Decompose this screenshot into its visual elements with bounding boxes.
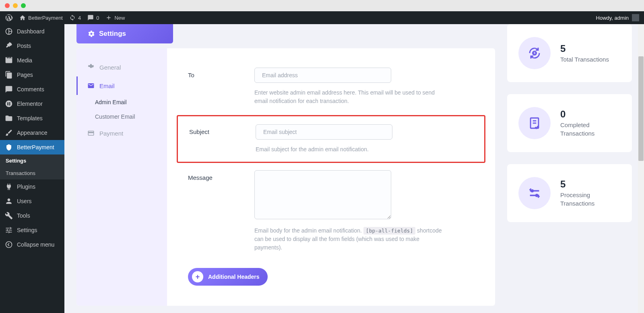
wp-adminbar: BetterPayment 4 0 New Howdy, admin — [0, 11, 644, 24]
wp-logo[interactable] — [5, 14, 13, 22]
svg-point-5 — [6, 242, 12, 248]
tab-label: General — [99, 64, 121, 71]
menu-label: Posts — [17, 43, 31, 49]
stat-label: Total Transactions — [560, 55, 609, 64]
settings-tabs: General Email Admin Email Customer Email… — [76, 48, 167, 306]
menu-label: Users — [17, 198, 32, 204]
stat-processing-transactions: 5 Processing Transactions — [507, 164, 632, 222]
svg-rect-2 — [9, 102, 10, 103]
stat-label: Processing Transactions — [560, 191, 621, 208]
menu-posts[interactable]: Posts — [0, 39, 64, 53]
appearance-icon — [5, 129, 13, 137]
tools-icon — [5, 212, 13, 220]
home-icon — [19, 14, 26, 21]
message-label: Message — [188, 170, 242, 252]
media-icon — [5, 56, 13, 64]
refresh-icon — [69, 14, 76, 21]
svg-rect-4 — [9, 105, 10, 105]
to-help: Enter website admin email address here. … — [254, 89, 448, 105]
subtab-admin-email[interactable]: Admin Email — [95, 95, 167, 109]
gear-icon — [88, 30, 95, 37]
plus-icon — [105, 14, 112, 21]
gear-icon — [87, 64, 95, 71]
users-icon — [5, 197, 13, 205]
menu-tools[interactable]: Tools — [0, 208, 64, 223]
page-icon — [5, 71, 13, 79]
menu-users[interactable]: Users — [0, 194, 64, 208]
mac-titlebar — [0, 0, 644, 11]
svg-rect-3 — [9, 103, 10, 104]
menu-dashboard[interactable]: Dashboard — [0, 24, 64, 39]
templates-icon — [5, 114, 13, 122]
menu-label: Plugins — [17, 183, 35, 190]
stat-value: 5 — [560, 43, 609, 54]
comment-icon — [87, 14, 94, 21]
menu-collapse[interactable]: Collapse menu — [0, 237, 64, 252]
adminbar-site-name[interactable]: BetterPayment — [19, 14, 63, 21]
comments-count: 0 — [96, 15, 99, 21]
page-header: Settings — [76, 24, 173, 43]
plus-icon: + — [192, 271, 203, 282]
envelope-icon — [87, 82, 95, 89]
updates-count: 4 — [78, 15, 81, 21]
new-label: New — [114, 15, 125, 21]
submenu-transactions[interactable]: Transactions — [0, 167, 64, 179]
document-check-icon — [518, 107, 551, 139]
mac-minimize-button[interactable] — [13, 3, 18, 8]
adminbar-account[interactable]: Howdy, admin — [596, 14, 639, 21]
menu-elementor[interactable]: Elementor — [0, 97, 64, 111]
menu-settings[interactable]: Settings — [0, 223, 64, 237]
menu-templates[interactable]: Templates — [0, 111, 64, 126]
betterpayment-icon — [5, 143, 13, 151]
svg-rect-1 — [7, 102, 8, 105]
to-input[interactable] — [254, 68, 391, 83]
menu-media[interactable]: Media — [0, 53, 64, 68]
menu-plugins[interactable]: Plugins — [0, 179, 64, 194]
avatar — [632, 14, 639, 21]
menu-betterpayment[interactable]: BetterPayment — [0, 140, 64, 154]
submenu-settings[interactable]: Settings — [0, 154, 64, 167]
wp-admin-sidebar: Dashboard Posts Media Pages Comments Ele… — [0, 24, 64, 313]
tab-payment[interactable]: Payment — [76, 124, 167, 142]
message-textarea[interactable] — [254, 170, 391, 219]
field-subject: Subject Email subject for the admin emai… — [177, 115, 485, 163]
wordpress-icon — [5, 14, 13, 22]
pin-icon — [5, 42, 13, 50]
sliders-icon — [518, 177, 551, 209]
dashboard-icon — [5, 27, 13, 35]
stat-value: 5 — [560, 179, 621, 190]
tab-general[interactable]: General — [76, 58, 167, 76]
subject-input[interactable] — [256, 124, 392, 140]
adminbar-updates[interactable]: 4 — [69, 14, 81, 21]
menu-label: Appearance — [17, 130, 47, 136]
menu-label: Elementor — [17, 101, 43, 107]
stat-completed-transactions: 0 Completed Transactions — [507, 94, 632, 152]
menu-label: Media — [17, 57, 32, 64]
adminbar-new[interactable]: New — [105, 14, 125, 21]
scrollbar-thumb[interactable] — [638, 56, 644, 161]
settings-icon — [5, 226, 13, 234]
message-help: Email body for the admin email notificat… — [254, 227, 448, 252]
menu-pages[interactable]: Pages — [0, 68, 64, 82]
additional-headers-label: Additional Headers — [208, 274, 260, 280]
scrollbar[interactable] — [638, 24, 644, 313]
svg-point-6 — [90, 66, 92, 68]
menu-appearance[interactable]: Appearance — [0, 126, 64, 140]
menu-label: Comments — [17, 86, 44, 93]
additional-headers-button[interactable]: + Additional Headers — [188, 268, 268, 286]
menu-label: BetterPayment — [17, 144, 54, 150]
menu-label: Settings — [17, 227, 37, 233]
subtab-customer-email[interactable]: Customer Email — [95, 109, 167, 124]
mac-close-button[interactable] — [5, 3, 10, 8]
tab-email[interactable]: Email — [76, 76, 167, 95]
site-name-label: BetterPayment — [28, 15, 63, 21]
collapse-icon — [5, 241, 13, 249]
elementor-icon — [5, 100, 13, 108]
plugins-icon — [5, 183, 13, 191]
adminbar-comments[interactable]: 0 — [87, 14, 99, 21]
mac-maximize-button[interactable] — [21, 3, 26, 8]
to-label: To — [188, 68, 242, 105]
menu-comments[interactable]: Comments — [0, 82, 64, 97]
field-message: Message Email body for the admin email n… — [177, 170, 485, 252]
menu-label: Pages — [17, 72, 33, 78]
